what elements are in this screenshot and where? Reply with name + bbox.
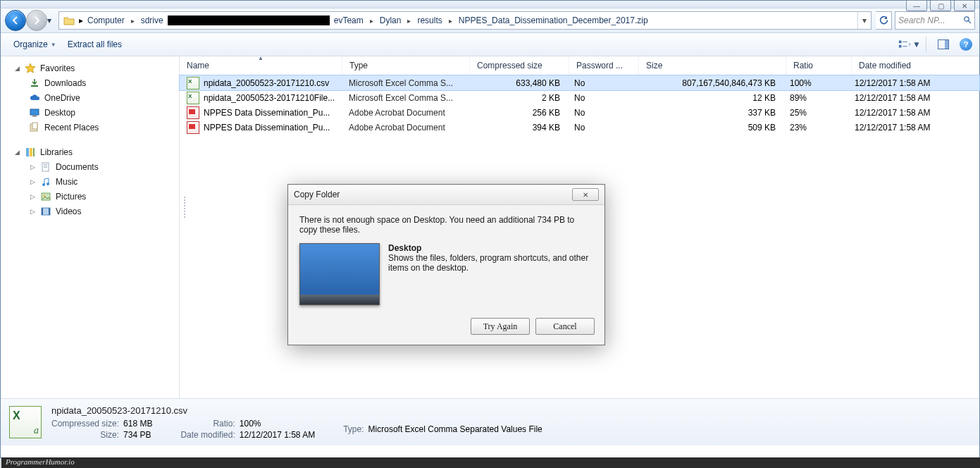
svg-rect-3 — [899, 45, 902, 48]
col-pw[interactable]: Password ... — [569, 56, 639, 75]
crumb-zip[interactable]: NPPES_Data_Dissemination_December_2017.z… — [454, 12, 652, 29]
nav-recent[interactable]: Recent Places — [1, 120, 179, 135]
libraries-icon — [25, 147, 36, 158]
col-ratio[interactable]: Ratio — [786, 56, 852, 75]
try-again-button[interactable]: Try Again — [471, 318, 530, 335]
maximize-button[interactable]: ▢ — [930, 0, 951, 11]
nav-desktop[interactable]: Desktop — [1, 105, 179, 120]
expand-icon[interactable]: ▷ — [29, 193, 36, 200]
organize-menu[interactable]: Organize ▼ — [8, 37, 62, 52]
breadcrumb-bar[interactable]: ▸ Computer▸ sdrive evTeam▸ Dylan▸ result… — [58, 11, 872, 30]
file-pw: No — [567, 108, 636, 118]
chevron-right-icon[interactable]: ▸ — [405, 17, 413, 25]
svg-rect-9 — [30, 109, 39, 115]
col-date[interactable]: Date modified — [852, 56, 979, 75]
col-size[interactable]: Size — [639, 56, 786, 75]
explorer-window: — ▢ ✕ ▾ ▸ Computer▸ sdrive evTeam▸ — [0, 0, 980, 458]
nav-documents[interactable]: ▷Documents — [1, 159, 179, 174]
minimize-button[interactable]: — — [906, 0, 927, 11]
refresh-button[interactable] — [876, 11, 892, 30]
file-name: NPPES Data Dissemination_Pu... — [204, 108, 330, 118]
col-name[interactable]: Name▲ — [180, 56, 342, 75]
file-date: 12/12/2017 1:58 AM — [848, 123, 974, 133]
dest-desc: Shows the files, folders, program shortc… — [388, 253, 593, 273]
file-name: npidata_20050523-20171210.csv — [204, 78, 329, 88]
dest-name: Desktop — [388, 243, 593, 253]
nav-music[interactable]: ▷Music — [1, 174, 179, 189]
date-val: 12/12/2017 1:58 AM — [240, 430, 315, 440]
col-csize[interactable]: Compressed size — [470, 56, 569, 75]
star-icon — [25, 63, 36, 74]
file-row[interactable]: NPPES Data Dissemination_Pu...Adobe Acro… — [180, 120, 979, 135]
help-button[interactable]: ? — [960, 38, 972, 51]
extract-all-button[interactable]: Extract all files — [62, 37, 128, 52]
redacted-path — [168, 16, 330, 25]
type-val: Microsoft Excel Comma Separated Values F… — [368, 424, 542, 434]
organize-label: Organize — [13, 39, 48, 49]
pdf-icon — [187, 121, 199, 134]
dialog-close-button[interactable]: ✕ — [572, 188, 599, 201]
close-button[interactable]: ✕ — [954, 0, 975, 11]
svg-rect-8 — [31, 85, 38, 87]
address-dropdown[interactable]: ▾ — [857, 12, 871, 29]
forward-button[interactable] — [26, 10, 47, 31]
file-name: npidata_20050523-20171210File... — [204, 93, 335, 103]
file-date: 12/12/2017 1:58 AM — [848, 78, 974, 88]
chevron-right-icon[interactable]: ▸ — [368, 17, 376, 25]
expand-icon[interactable]: ▷ — [29, 164, 36, 171]
nav-item-label: Recent Places — [44, 123, 99, 133]
back-button[interactable] — [5, 10, 26, 31]
cancel-button[interactable]: Cancel — [535, 318, 595, 335]
dialog-titlebar[interactable]: Copy Folder ✕ — [288, 185, 604, 205]
search-input[interactable]: Search NP... — [895, 11, 975, 30]
expand-icon[interactable]: ▷ — [29, 208, 36, 215]
crumb-evteam[interactable]: evTeam — [330, 12, 368, 29]
nav-item-label: Pictures — [56, 192, 86, 202]
view-mode-button[interactable]: ▼ — [898, 36, 922, 53]
file-row[interactable]: NPPES Data Dissemination_Pu...Adobe Acro… — [180, 105, 979, 120]
file-size: 12 KB — [636, 93, 783, 103]
nav-downloads[interactable]: Downloads — [1, 75, 179, 90]
pdf-icon — [187, 106, 199, 119]
col-type[interactable]: Type — [342, 56, 470, 75]
collapse-icon[interactable]: ◢ — [13, 149, 20, 156]
svg-rect-12 — [32, 123, 37, 129]
file-ratio: 89% — [783, 93, 848, 103]
start-orb-icon — [303, 296, 310, 303]
nav-videos[interactable]: ▷Videos — [1, 204, 179, 218]
nav-item-label: Desktop — [44, 108, 75, 118]
desktop-icon — [29, 107, 40, 118]
favorites-label: Favorites — [40, 63, 75, 73]
nav-pictures[interactable]: ▷Pictures — [1, 189, 179, 204]
nav-onedrive[interactable]: OneDrive — [1, 90, 179, 105]
preview-pane-button[interactable] — [926, 36, 955, 53]
file-csize: 2 KB — [469, 93, 567, 103]
collapse-icon[interactable]: ◢ — [13, 65, 20, 72]
cloud-icon — [29, 92, 40, 104]
type-key: Type: — [343, 424, 364, 434]
file-row[interactable]: npidata_20050523-20171210.csvMicrosoft E… — [180, 75, 979, 90]
svg-rect-14 — [30, 148, 32, 156]
file-type-icon — [9, 406, 42, 438]
chevron-right-icon[interactable]: ▸ — [129, 17, 137, 25]
pane-splitter[interactable] — [182, 56, 187, 398]
history-dropdown-icon[interactable]: ▾ — [47, 16, 51, 25]
favorites-group[interactable]: ◢ Favorites — [1, 61, 179, 75]
expand-icon[interactable]: ▷ — [29, 178, 36, 185]
libraries-group[interactable]: ◢ Libraries — [1, 144, 179, 159]
chevron-down-icon: ▼ — [912, 39, 921, 49]
titlebar[interactable]: — ▢ ✕ — [1, 1, 979, 8]
chevron-right-icon[interactable]: ▸ — [447, 17, 454, 25]
crumb-results[interactable]: results — [413, 12, 446, 29]
crumb-sdrive[interactable]: sdrive — [137, 12, 168, 29]
svg-point-20 — [46, 183, 49, 185]
crumb-computer[interactable]: Computer — [83, 12, 129, 29]
file-name: NPPES Data Dissemination_Pu... — [204, 123, 330, 133]
file-csize: 256 KB — [469, 108, 567, 118]
crumb-dylan[interactable]: Dylan — [376, 12, 406, 29]
svg-rect-2 — [899, 41, 902, 44]
file-row[interactable]: npidata_20050523-20171210File...Microsof… — [180, 90, 979, 105]
navigation-pane[interactable]: ◢ Favorites Downloads OneDrive Desktop R… — [1, 56, 180, 398]
file-date: 12/12/2017 1:58 AM — [848, 108, 974, 118]
download-icon — [29, 78, 40, 89]
